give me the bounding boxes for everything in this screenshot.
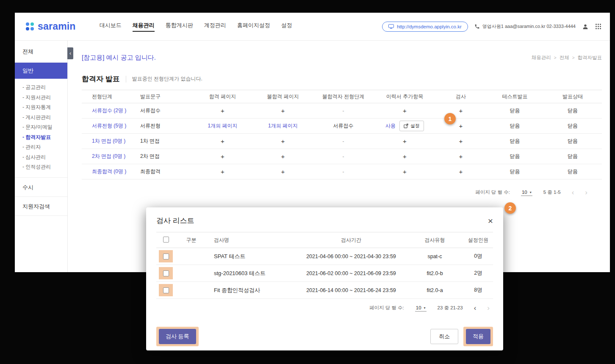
sidebar-item-admin[interactable]: - 관리자 [15,142,67,152]
nav-homepage-settings[interactable]: 홈페이지설정 [237,22,270,32]
job-posting-title[interactable]: [참고용] 예시 공고 입니다. [82,54,156,62]
cancel-button[interactable]: 취소 [430,329,458,344]
add-pass-page-button[interactable]: + [221,168,224,175]
logo-text: saramin [38,21,76,32]
rows-per-page-select[interactable]: 10 ▾ [415,304,427,312]
col-category: 구분 [175,232,207,248]
add-test-button[interactable]: + [459,138,463,145]
table-row: 2차 면접 (0명 ) 2차 면접 + + - + + 닫음 닫음 [82,149,602,164]
sidebar-group-general[interactable]: 일반 [15,63,67,79]
checkbox-highlight [159,250,173,262]
register-button-highlight: 검사 등록 [156,327,199,346]
test-name: SPAT 테스트 [214,253,245,259]
row-checkbox[interactable] [163,287,169,293]
stage-link[interactable]: 서류접수 (2명 ) [92,108,126,113]
modal-title: 검사 리스트 [156,216,194,226]
add-pass-page-button[interactable]: + [221,107,224,114]
register-test-button[interactable]: 검사 등록 [159,329,196,344]
prev-page-button[interactable]: ‹ [572,189,574,196]
phone-icon [474,24,480,29]
sidebar-item-application-mgmt[interactable]: - 지원서관리 [15,93,67,103]
modal-footer-right: 취소 적용 [430,327,493,346]
phrase-text: 2차 면접 [140,153,160,159]
col-stage: 전형단계 [82,90,130,103]
add-resume-extra-button[interactable]: + [403,153,407,160]
announcement-table: 전형단계 발표문구 합격 페이지 불합격 페이지 불합격자 전형단계 이력서 추… [82,90,602,179]
stage-link[interactable]: 1차 면접 (0명 ) [92,138,125,144]
add-fail-page-button[interactable]: + [281,153,285,160]
test-name: Fit 종합인적성검사 [214,287,260,293]
site-url-button[interactable]: http://dymsdemo.applyin.co.kr [382,22,468,32]
fail-page-link[interactable]: 1개의 페이지 [268,123,298,129]
select-all-checkbox[interactable] [163,237,169,243]
stage-link[interactable]: 서류전형 (5명 ) [92,123,126,129]
nav-account-management[interactable]: 계정관리 [204,22,226,32]
rows-per-page-value: 10 [522,190,527,195]
add-test-button[interactable]: + [459,168,463,175]
add-test-button[interactable]: + [459,122,463,130]
fail-stage-value: - [343,108,344,114]
add-fail-page-button[interactable]: + [281,168,285,175]
resume-extra-use-link[interactable]: 사용 [385,123,396,129]
sidebar-item-all[interactable]: 전체 [15,41,67,63]
category-cell [175,265,207,282]
test-row: stg-20210603 테스트 2021-06-02 00:00 ~ 2021… [156,265,493,282]
add-pass-page-button[interactable]: + [221,138,224,145]
sidebar: ‹ 전체 일반 - 공고관리 - 지원서관리 - 지원자통계 - 게시판관리 -… [15,41,68,272]
sidebar-item-pass-announcement[interactable]: - 합격자발표 [15,132,67,143]
add-pass-page-button[interactable]: + [221,153,224,160]
page-title: 합격자 발표 [82,74,120,84]
user-icon[interactable] [582,23,589,30]
breadcrumb-separator: > [572,55,575,60]
sidebar-item-review-mgmt[interactable]: - 심사관리 [15,152,67,163]
saramin-logo[interactable]: saramin [26,21,76,32]
sidebar-item-posting-mgmt[interactable]: - 공고관리 [15,83,67,93]
row-checkbox[interactable] [163,270,169,276]
next-page-button[interactable]: › [585,189,587,196]
nav-recruit-management[interactable]: 채용관리 [133,22,155,32]
add-fail-page-button[interactable]: + [281,107,285,114]
nav-dashboard[interactable]: 대시보드 [100,22,122,32]
add-fail-page-button[interactable]: + [281,138,285,145]
nav-integrated-board[interactable]: 통합게시판 [166,22,193,32]
sidebar-collapse-button[interactable]: ‹ [67,47,73,59]
table-row: 최종합격 (0명 ) 최종합격 + + - + + 닫음 닫음 [82,164,602,179]
breadcrumb-all[interactable]: 전체 [560,55,569,61]
breadcrumb-recruit[interactable]: 채용관리 [532,55,551,61]
apps-grid-icon[interactable] [595,23,601,30]
add-resume-extra-button[interactable]: + [403,138,407,145]
next-page-button[interactable]: › [487,304,490,312]
pass-page-link[interactable]: 1개의 페이지 [208,123,237,129]
prev-page-button[interactable]: ‹ [474,304,476,312]
stage-link[interactable]: 2차 면접 (0명 ) [92,153,125,159]
sidebar-item-sms-email[interactable]: - 문자/이메일 [15,122,67,132]
rows-per-page-select[interactable]: 10 ▾ [521,189,532,196]
table-row: 서류접수 (2명 ) 서류접수 + + - + + 닫음 닫음 [82,103,602,119]
sidebar-item-applicant-search[interactable]: 지원자검색 [15,197,67,216]
sidebar-group-susi[interactable]: 수시 [15,178,67,197]
sidebar-item-board-mgmt[interactable]: - 게시판관리 [15,113,67,123]
top-header: saramin 대시보드 채용관리 통합게시판 계정관리 홈페이지설정 설정 h… [15,13,610,41]
sidebar-item-aptitude-mgmt[interactable]: - 인적성관리 [15,162,67,172]
monitor-icon [388,24,394,29]
add-test-button[interactable]: + [459,107,463,114]
table-pagination: 페이지 당 행 수: 10 ▾ 5 중 1-5 ‹ › [82,189,602,196]
close-icon[interactable]: × [488,216,493,225]
announce-status: 닫음 [568,123,578,129]
phrase-text: 서류접수 [140,108,161,113]
saramin-logo-icon [26,22,34,30]
site-url-text: http://dymsdemo.applyin.co.kr [397,24,462,29]
sidebar-item-applicant-stats[interactable]: - 지원자통계 [15,102,67,113]
row-checkbox[interactable] [163,254,169,259]
nav-settings[interactable]: 설정 [281,22,292,32]
category-cell [175,248,207,265]
add-resume-extra-button[interactable]: + [403,168,407,175]
apply-button[interactable]: 적용 [466,329,490,344]
col-fail-stage: 불합격자 전형단계 [313,90,374,103]
resume-extra-settings-button[interactable]: 설정 [399,121,424,131]
add-test-button[interactable]: + [459,153,463,160]
fail-stage-value: - [343,169,344,175]
add-resume-extra-button[interactable]: + [403,107,407,114]
page-range: 5 중 1-5 [543,189,561,196]
stage-link[interactable]: 최종합격 (0명 ) [92,168,126,174]
